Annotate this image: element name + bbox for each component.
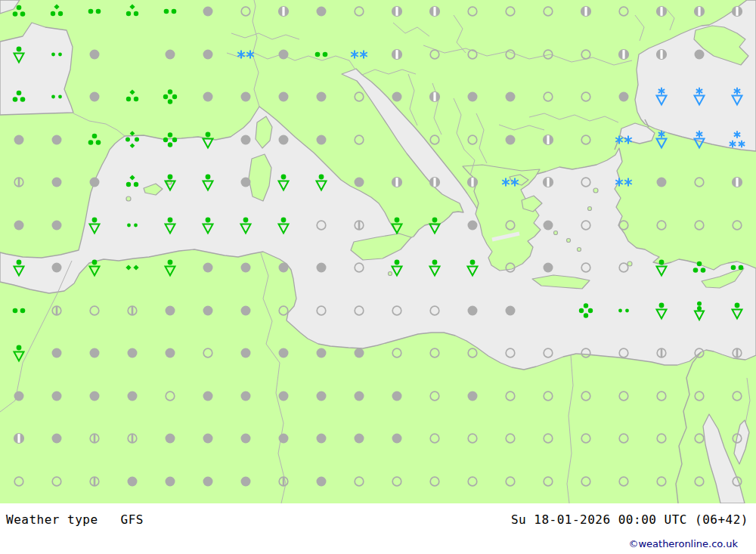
weather-symbol-r3: rain (9, 86, 29, 107)
weather-symbol-c0: clear sky (689, 172, 709, 193)
weather-symbol-c0: clear sky (614, 385, 634, 407)
weather-symbol-c8: overcast (463, 215, 482, 236)
weather-symbol-c8: overcast (689, 44, 709, 65)
weather-symbol-c0: clear sky (160, 385, 180, 407)
weather-symbol-dzr: drizzle and rain (47, 1, 67, 22)
weather-symbol-c8: overcast (47, 257, 67, 278)
weather-symbol-c4: partly cloudy (652, 342, 671, 364)
weather-symbol-c0: clear sky (463, 428, 482, 449)
weather-symbol-sn: snow (349, 44, 369, 65)
weather-symbol-c4: partly cloudy (85, 428, 104, 449)
weather-symbol-c8: overcast (9, 215, 29, 236)
weather-symbol-r4: heavy rain (160, 86, 180, 107)
timestamp: Su 18-01-2026 00:00 UTC (06+42) (511, 512, 748, 527)
weather-symbol-sh2: heavy rain shower (689, 300, 709, 321)
weather-symbol-c8: overcast (463, 385, 482, 407)
weather-symbol-c8: overcast (47, 385, 67, 407)
weather-symbol-c4: partly cloudy (349, 215, 369, 236)
weather-symbol-c0: clear sky (500, 44, 520, 65)
weather-symbol-sh: rain shower (198, 215, 218, 236)
weather-symbol-dzs: light drizzle (47, 86, 67, 107)
weather-symbol-c0: clear sky (689, 342, 709, 364)
weather-symbol-r2: light rain (727, 257, 747, 278)
weather-symbol-c8: overcast (236, 428, 256, 449)
weather-symbol-sh: rain shower (425, 257, 445, 278)
weather-symbol-c0: clear sky (576, 257, 596, 278)
weather-symbol-c0: clear sky (425, 385, 445, 407)
weather-symbol-r3: rain (85, 129, 104, 150)
weather-symbol-c8: overcast (274, 129, 293, 150)
weather-symbol-c6: mostly cloudy (689, 1, 709, 22)
weather-symbol-snsh: snow shower (652, 86, 671, 107)
weather-symbol-c8: overcast (47, 172, 67, 193)
weather-symbol-c0: clear sky (425, 129, 445, 150)
weather-symbol-c8: overcast (236, 342, 256, 364)
copyright-link[interactable]: ©weatheronline.co.uk (628, 538, 738, 549)
weather-symbol-c6: mostly cloudy (274, 1, 293, 22)
weather-symbol-c8: overcast (311, 257, 331, 278)
weather-symbol-dzr: drizzle and rain (122, 172, 142, 193)
weather-symbol-c8: overcast (122, 342, 142, 364)
weather-symbol-c8: overcast (198, 1, 218, 22)
weather-symbol-c0: clear sky (538, 86, 558, 107)
weather-symbol-sn: snow (500, 172, 520, 193)
weather-symbol-c8: overcast (463, 86, 482, 107)
weather-symbol-c8: overcast (500, 300, 520, 321)
weather-symbol-c0: clear sky (500, 342, 520, 364)
weather-symbol-c4: partly cloudy (47, 300, 67, 321)
weather-symbol-snsh: snow shower (689, 129, 709, 150)
weather-symbol-c8: overcast (9, 129, 29, 150)
weather-symbol-r2: light rain (9, 300, 29, 321)
weather-symbol-c8: overcast (387, 428, 407, 449)
footer-line: Weather typeGFS Su 18-01-2026 00:00 UTC … (6, 512, 748, 527)
product-label: Weather type (6, 512, 98, 527)
weather-symbol-c0: clear sky (727, 471, 747, 492)
weather-symbol-c0: clear sky (349, 129, 369, 150)
weather-symbol-c8: overcast (198, 428, 218, 449)
weather-symbol-c0: clear sky (500, 1, 520, 22)
weather-symbol-sh: rain shower (463, 257, 482, 278)
weather-symbol-c0: clear sky (198, 342, 218, 364)
weather-symbol-r3: rain (689, 257, 709, 278)
weather-symbol-c8: overcast (463, 300, 482, 321)
weather-symbol-c6: mostly cloudy (425, 86, 445, 107)
weather-symbol-c0: clear sky (727, 385, 747, 407)
weather-symbol-c0: clear sky (538, 471, 558, 492)
weather-symbol-c0: clear sky (387, 342, 407, 364)
weather-symbol-c8: overcast (47, 129, 67, 150)
weather-symbol-c6: mostly cloudy (576, 1, 596, 22)
symbols-layer: raindrizzle and rainlight raindrizzle an… (0, 0, 756, 503)
weather-symbol-sh: rain shower (425, 215, 445, 236)
weather-symbol-c0: clear sky (538, 1, 558, 22)
weather-symbol-c8: overcast (236, 300, 256, 321)
weather-symbol-c8: overcast (122, 471, 142, 492)
weather-symbol-r2: light rain (311, 44, 331, 65)
weather-symbol-c0: clear sky (500, 257, 520, 278)
weather-symbol-c8: overcast (387, 86, 407, 107)
weather-symbol-c0: clear sky (576, 44, 596, 65)
weather-symbol-sh: rain shower (274, 172, 293, 193)
weather-symbol-c8: overcast (9, 385, 29, 407)
weather-symbol-c8: overcast (274, 44, 293, 65)
weather-symbol-c0: clear sky (236, 1, 256, 22)
weather-symbol-c8: overcast (500, 86, 520, 107)
weather-symbol-c8: overcast (614, 86, 634, 107)
weather-symbol-sh: rain shower (727, 300, 747, 321)
weather-symbol-c8: overcast (274, 257, 293, 278)
weather-symbol-c8: overcast (236, 471, 256, 492)
weather-symbol-c8: overcast (198, 300, 218, 321)
weather-symbol-c8: overcast (160, 44, 180, 65)
weather-symbol-c0: clear sky (463, 44, 482, 65)
weather-symbol-c0: clear sky (652, 471, 671, 492)
weather-symbol-c0: clear sky (425, 428, 445, 449)
weather-symbol-c8: overcast (274, 428, 293, 449)
weather-symbol-snsh: snow shower (652, 129, 671, 150)
weather-symbol-sh: rain shower (85, 215, 104, 236)
weather-symbol-c6: mostly cloudy (387, 172, 407, 193)
weather-symbol-c0: clear sky (614, 428, 634, 449)
weather-symbol-c0: clear sky (500, 428, 520, 449)
weather-symbol-c8: overcast (311, 385, 331, 407)
weather-symbol-c8: overcast (236, 86, 256, 107)
weather-symbol-c4: partly cloudy (122, 428, 142, 449)
weather-symbol-c8: overcast (311, 471, 331, 492)
